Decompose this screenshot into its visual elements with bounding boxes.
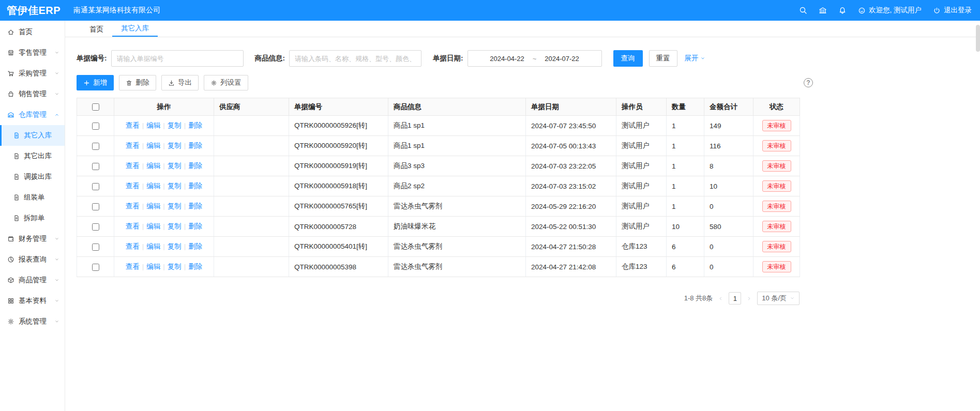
cell-supplier (214, 116, 289, 136)
help-icon[interactable]: ? (804, 78, 813, 87)
row-action-edit[interactable]: 编辑 (146, 162, 160, 170)
row-action-delete[interactable]: 删除 (188, 222, 202, 230)
table-row: 查看|编辑|复制|删除 QTRK00000005920[转] 商品1 sp1 2… (77, 136, 800, 156)
add-button[interactable]: 新增 (77, 75, 114, 90)
sidebar-item-label: 报表查询 (19, 255, 47, 264)
row-action-edit[interactable]: 编辑 (146, 222, 160, 230)
search-icon[interactable] (799, 6, 807, 14)
bill-no-input[interactable] (111, 50, 244, 67)
tab-other-inbound[interactable]: 其它入库 (112, 21, 158, 37)
top-header: 管伊佳ERP 南通某某网络科技有限公司 欢迎您, 测试用户 退出登录 (0, 0, 980, 21)
cell-operator: 仓库123 (616, 257, 667, 277)
row-action-copy[interactable]: 复制 (168, 263, 182, 270)
scrollbar[interactable] (976, 21, 980, 411)
pagination-bar: 1-8 共8条 1 10 条/页 (77, 292, 800, 305)
welcome-text: 欢迎您, 测试用户 (869, 6, 922, 15)
sidebar-item-system[interactable]: 系统管理 (0, 311, 65, 332)
row-action-copy[interactable]: 复制 (168, 242, 182, 250)
action-separator: | (184, 121, 186, 129)
row-action-copy[interactable]: 复制 (168, 121, 182, 129)
row-action-view[interactable]: 查看 (126, 121, 140, 129)
cell-product: 商品3 sp3 (388, 156, 526, 176)
column-header-operator: 操作员 (616, 98, 667, 116)
reset-button[interactable]: 重置 (649, 50, 677, 67)
date-from-value[interactable]: 2024-04-22 (490, 55, 524, 63)
sidebar-item-goods[interactable]: 商品管理 (0, 270, 65, 291)
row-checkbox[interactable] (92, 143, 99, 150)
row-action-view[interactable]: 查看 (126, 263, 140, 270)
row-action-copy[interactable]: 复制 (168, 142, 182, 149)
export-button[interactable]: 导出 (161, 75, 199, 90)
row-action-delete[interactable]: 删除 (188, 162, 202, 170)
sidebar-subitem-transfer-outbound[interactable]: 调拨出库 (0, 166, 65, 187)
row-checkbox[interactable] (92, 203, 99, 210)
row-action-delete[interactable]: 删除 (188, 121, 202, 129)
bank-icon[interactable] (819, 6, 827, 14)
sidebar-item-basic-data[interactable]: 基本资料 (0, 291, 65, 311)
row-checkbox[interactable] (92, 264, 99, 271)
row-action-copy[interactable]: 复制 (168, 182, 182, 190)
row-action-edit[interactable]: 编辑 (146, 182, 160, 190)
logout-button[interactable]: 退出登录 (933, 6, 972, 15)
sidebar-item-label: 系统管理 (19, 317, 47, 326)
row-action-delete[interactable]: 删除 (188, 242, 202, 250)
row-action-copy[interactable]: 复制 (168, 202, 182, 210)
next-page-button[interactable] (746, 296, 752, 301)
current-page-button[interactable]: 1 (729, 292, 741, 305)
product-info-input[interactable] (289, 50, 421, 67)
row-checkbox[interactable] (92, 123, 99, 130)
action-separator: | (142, 121, 144, 129)
sidebar-item-purchase[interactable]: 采购管理 (0, 63, 65, 84)
row-action-view[interactable]: 查看 (126, 222, 140, 230)
cell-status: 未审核 (753, 196, 800, 217)
sidebar-item-warehouse[interactable]: 仓库管理 (0, 104, 65, 125)
prev-page-button[interactable] (718, 296, 723, 301)
welcome-user[interactable]: 欢迎您, 测试用户 (858, 6, 922, 15)
row-action-edit[interactable]: 编辑 (146, 242, 160, 250)
row-action-view[interactable]: 查看 (126, 202, 140, 210)
expand-link[interactable]: 展开 (685, 54, 705, 63)
row-action-delete[interactable]: 删除 (188, 263, 202, 270)
sidebar-subitem-disassembly[interactable]: 拆卸单 (0, 208, 65, 229)
row-action-copy[interactable]: 复制 (168, 222, 182, 230)
cell-bill-no: QTRK00000005401[转] (289, 237, 388, 257)
select-all-checkbox[interactable] (92, 103, 99, 111)
row-checkbox[interactable] (92, 183, 99, 190)
column-settings-button[interactable]: 列设置 (204, 75, 248, 90)
row-action-delete[interactable]: 删除 (188, 202, 202, 210)
delete-button-label: 删除 (135, 78, 149, 87)
bell-icon[interactable] (838, 6, 847, 14)
row-checkbox[interactable] (92, 223, 99, 231)
row-action-delete[interactable]: 删除 (188, 182, 202, 190)
row-action-edit[interactable]: 编辑 (146, 202, 160, 210)
product-info-label: 商品信息: (255, 54, 285, 63)
search-button[interactable]: 查询 (613, 50, 643, 67)
row-action-delete[interactable]: 删除 (188, 142, 202, 149)
scrollbar-thumb[interactable] (976, 25, 980, 52)
date-to-value[interactable]: 2024-07-22 (545, 55, 579, 63)
delete-button[interactable]: 删除 (119, 75, 156, 90)
row-actions: 查看|编辑|复制|删除 (114, 257, 214, 277)
row-action-copy[interactable]: 复制 (168, 162, 182, 170)
sidebar-subitem-other-outbound[interactable]: 其它出库 (0, 146, 65, 166)
row-checkbox[interactable] (92, 163, 99, 170)
row-action-view[interactable]: 查看 (126, 162, 140, 170)
page-size-select[interactable]: 10 条/页 (757, 292, 800, 305)
sidebar-subitem-other-inbound[interactable]: 其它入库 (0, 125, 65, 146)
sidebar-item-reports[interactable]: 报表查询 (0, 249, 65, 270)
row-action-view[interactable]: 查看 (126, 142, 140, 149)
cell-date: 2024-07-05 00:13:43 (526, 136, 616, 156)
tab-home[interactable]: 首页 (81, 22, 112, 37)
date-range-picker[interactable]: 2024-04-22 ~ 2024-07-22 (468, 50, 602, 67)
sidebar-subitem-assembly[interactable]: 组装单 (0, 187, 65, 208)
row-action-view[interactable]: 查看 (126, 242, 140, 250)
sidebar-item-sales[interactable]: 销售管理 (0, 84, 65, 104)
row-checkbox[interactable] (92, 243, 99, 251)
row-action-edit[interactable]: 编辑 (146, 121, 160, 129)
row-action-edit[interactable]: 编辑 (146, 142, 160, 149)
sidebar-item-retail[interactable]: 零售管理 (0, 42, 65, 63)
row-action-view[interactable]: 查看 (126, 182, 140, 190)
row-action-edit[interactable]: 编辑 (146, 263, 160, 270)
sidebar-item-finance[interactable]: 财务管理 (0, 229, 65, 249)
sidebar-item-home[interactable]: 首页 (0, 22, 65, 42)
